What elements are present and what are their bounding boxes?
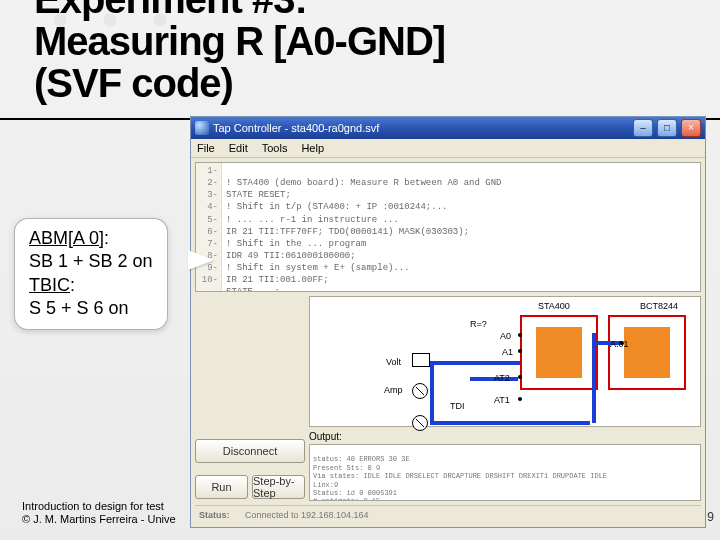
chip-bct8244 — [608, 315, 686, 390]
output-label: Output: — [309, 431, 701, 444]
label-a01: A.01 — [610, 339, 629, 349]
close-button[interactable]: × — [681, 119, 701, 137]
statusbar: Status: Connected to 192.168.104.164 — [195, 505, 701, 523]
slide-footer: Introduction to design for test © J. M. … — [22, 500, 176, 526]
menu-help[interactable]: Help — [301, 142, 324, 154]
callout-bubble: ABM[A 0]: SB 1 + SB 2 on TBIC: S 5 + S 6… — [14, 218, 168, 330]
left-button-column: Disconnect Run Step-by-Step — [195, 296, 305, 501]
pin — [518, 349, 522, 353]
chip-sta400 — [520, 315, 598, 390]
app-window: Tap Controller - sta400-ra0gnd.svf – □ ×… — [190, 116, 706, 528]
code-text[interactable]: ! STA400 (demo board): Measure R between… — [222, 163, 700, 292]
menu-edit[interactable]: Edit — [229, 142, 248, 154]
label-r: R=? — [470, 319, 487, 329]
trace — [430, 361, 434, 421]
pin — [518, 333, 522, 337]
run-button[interactable]: Run — [195, 475, 248, 499]
callout-abm-value: SB 1 + SB 2 on — [29, 250, 153, 273]
label-amp: Amp — [384, 385, 403, 395]
callout-tail — [188, 250, 214, 270]
step-button[interactable]: Step-by-Step — [252, 475, 305, 499]
callout-tbic-label: TBIC — [29, 275, 70, 295]
schematic-view[interactable]: STA400 BCT8244 R=? A0 A1 — [309, 296, 701, 427]
footer-line-1: Introduction to design for test — [22, 500, 176, 513]
trace — [592, 333, 596, 423]
callout-tbic-value: S 5 + S 6 on — [29, 297, 153, 320]
label-volt: Volt — [386, 357, 401, 367]
label-a1: A1 — [502, 347, 513, 357]
label-at2: AT2 — [494, 373, 510, 383]
minimize-button[interactable]: – — [633, 119, 653, 137]
trace — [430, 421, 590, 425]
status-label: Status: — [199, 510, 239, 520]
label-at1: AT1 — [494, 395, 510, 405]
disconnect-button[interactable]: Disconnect — [195, 439, 305, 463]
window-title: Tap Controller - sta400-ra0gnd.svf — [213, 122, 629, 134]
output-panel: Output: status: 40 ERRORS 30 3E Present … — [309, 431, 701, 501]
ammeter-icon — [412, 383, 428, 399]
trace — [430, 361, 520, 365]
voltmeter-icon — [412, 353, 430, 367]
code-editor[interactable]: 1- 2- 3- 4- 5- 6- 7- 8- 9- 10- ! STA400 … — [195, 162, 701, 292]
chip-label-sta400: STA400 — [538, 301, 570, 311]
chip-label-bct8244: BCT8244 — [640, 301, 678, 311]
title-line-2: Measuring R [A0-GND] — [34, 20, 690, 62]
menu-file[interactable]: File — [197, 142, 215, 154]
titlebar[interactable]: Tap Controller - sta400-ra0gnd.svf – □ × — [191, 117, 705, 139]
menu-tools[interactable]: Tools — [262, 142, 288, 154]
slide-title: Experiment #3: Measuring R [A0-GND] (SVF… — [34, 0, 690, 104]
maximize-button[interactable]: □ — [657, 119, 677, 137]
pin — [518, 375, 522, 379]
label-tdi: TDI — [450, 401, 465, 411]
app-icon — [195, 121, 209, 135]
menubar: File Edit Tools Help — [191, 139, 705, 158]
page-number: 9 — [707, 510, 714, 524]
title-line-1: Experiment #3: — [34, 0, 690, 20]
line-number-gutter: 1- 2- 3- 4- 5- 6- 7- 8- 9- 10- — [196, 163, 222, 292]
callout-abm-label: ABM[A 0] — [29, 228, 104, 248]
output-text[interactable]: status: 40 ERRORS 30 3E Present Sts: 0 9… — [309, 444, 701, 501]
pin — [518, 397, 522, 401]
status-text: Connected to 192.168.104.164 — [245, 510, 369, 520]
label-a0: A0 — [500, 331, 511, 341]
source-icon — [412, 415, 428, 431]
title-line-3: (SVF code) — [34, 62, 690, 104]
footer-line-2: © J. M. Martins Ferreira - Unive — [22, 513, 176, 526]
